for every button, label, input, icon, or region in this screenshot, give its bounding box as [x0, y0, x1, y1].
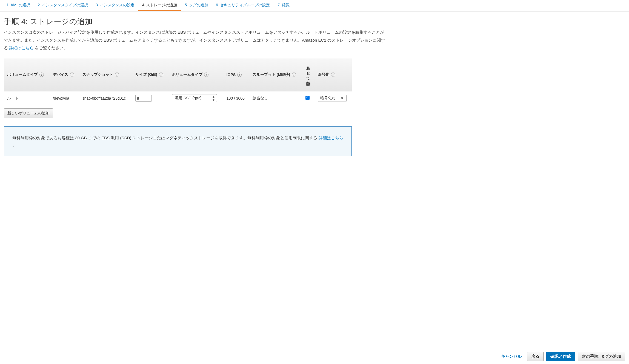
free-tier-banner: 無料利用枠の対象であるお客様は 30 GB までの EBS 汎用 (SSD) ス… — [4, 126, 352, 156]
tab-ami[interactable]: 1. AMI の選択 — [3, 0, 34, 11]
col-encryption: 暗号化i — [314, 58, 352, 91]
info-icon[interactable]: i — [306, 82, 310, 86]
banner-text-pre: 無料利用枠の対象であるお客様は 30 GB までの EBS 汎用 (SSD) ス… — [12, 135, 319, 140]
desc-text-post: をご覧ください。 — [34, 45, 68, 50]
tab-instance-type[interactable]: 2. インスタンスタイプの選択 — [34, 0, 92, 11]
cell-iops: 100 / 3000 — [223, 91, 249, 105]
col-delete-on-termination: 合わせて削除i — [302, 58, 314, 91]
volume-type-select-value: 汎用 SSD (gp2) — [175, 96, 201, 101]
tab-configure-instance[interactable]: 3. インスタンスの設定 — [92, 0, 138, 11]
wizard-tabs: 1. AMI の選択 2. インスタンスタイプの選択 3. インスタンスの設定 … — [0, 0, 629, 11]
info-icon[interactable]: i — [292, 73, 296, 77]
info-icon[interactable]: i — [159, 73, 163, 77]
col-snapshot: スナップショットi — [79, 58, 132, 91]
banner-text-post: 。 — [12, 142, 16, 147]
add-new-volume-button[interactable]: 新しいボリュームの追加 — [4, 108, 53, 118]
encryption-select[interactable]: 暗号化な ▼ — [318, 95, 347, 102]
tab-review[interactable]: 7. 確認 — [274, 0, 293, 11]
info-icon[interactable]: i — [39, 73, 44, 77]
cell-throughput: 該当なし — [249, 91, 302, 105]
cell-volume-type-label: ルート — [4, 91, 50, 105]
tab-add-tags[interactable]: 5. タグの追加 — [181, 0, 212, 11]
col-size: サイズ (GiB)i — [132, 58, 168, 91]
encryption-select-value: 暗号化な — [320, 96, 336, 101]
col-volume-type: ボリュームタイプi — [168, 58, 223, 91]
table-row: ルート /dev/xvda snap-0bdffaa2da723d01c 汎用 … — [4, 91, 352, 105]
volume-type-select[interactable]: 汎用 SSD (gp2) ▲▼ — [172, 94, 217, 102]
col-device: デバイスi — [50, 58, 79, 91]
info-icon[interactable]: i — [331, 73, 335, 77]
info-icon[interactable]: i — [237, 73, 242, 77]
info-icon[interactable]: i — [204, 73, 208, 77]
page-description: インスタンスは次のストレージデバイス設定を使用して作成されます。インスタンスに追… — [0, 28, 392, 58]
info-icon[interactable]: i — [115, 73, 119, 77]
cell-snapshot: snap-0bdffaa2da723d01c — [79, 91, 132, 105]
cell-device: /dev/xvda — [50, 91, 79, 105]
page-title: 手順 4: ストレージの追加 — [0, 11, 629, 28]
size-input[interactable] — [135, 95, 152, 102]
free-tier-learn-more-link[interactable]: 詳細はこちら — [319, 135, 343, 140]
delete-on-termination-checkbox[interactable] — [305, 96, 310, 100]
info-icon[interactable]: i — [70, 73, 74, 77]
chevron-down-icon: ▼ — [340, 96, 344, 100]
col-volume-type-label: ボリュームタイプi — [4, 58, 50, 91]
col-iops: IOPSi — [223, 58, 249, 91]
storage-learn-more-link[interactable]: 詳細はこちら — [9, 45, 34, 50]
storage-table: ボリュームタイプi デバイスi スナップショットi サイズ (GiB)i ボリュ… — [4, 58, 352, 105]
col-throughput: スループット (MB/秒)i — [249, 58, 302, 91]
chevron-updown-icon: ▲▼ — [212, 95, 215, 102]
tab-security-group[interactable]: 6. セキュリティグループの設定 — [212, 0, 274, 11]
tab-add-storage[interactable]: 4. ストレージの追加 — [138, 0, 181, 11]
